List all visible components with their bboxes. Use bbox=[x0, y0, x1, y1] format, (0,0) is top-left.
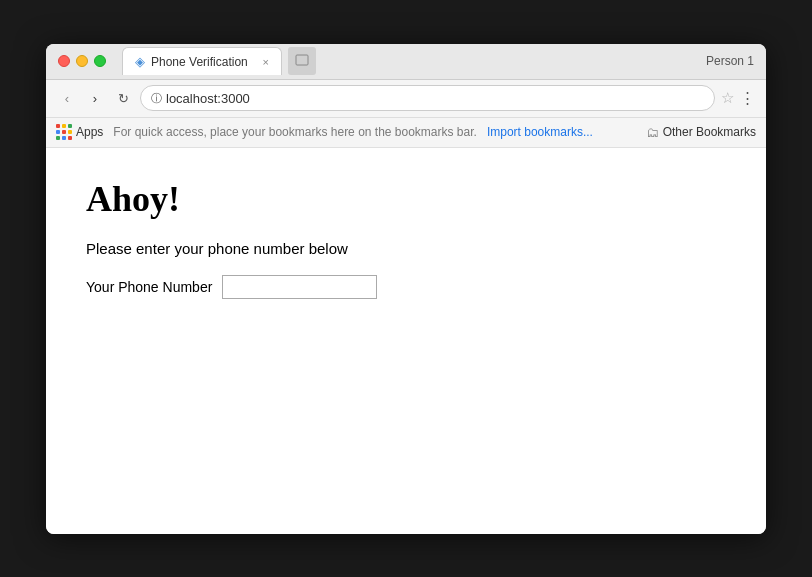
svg-rect-0 bbox=[296, 55, 308, 65]
bookmarks-bar: Apps For quick access, place your bookma… bbox=[46, 118, 766, 148]
browser-window: ◈ Phone Verification × Person 1 ‹ › ↻ ⓘ … bbox=[46, 44, 766, 534]
traffic-lights bbox=[58, 55, 106, 67]
page-heading: Ahoy! bbox=[86, 178, 726, 220]
person-label: Person 1 bbox=[706, 54, 754, 68]
secure-icon: ⓘ bbox=[151, 91, 162, 106]
tab-title: Phone Verification bbox=[151, 55, 248, 69]
close-button[interactable] bbox=[58, 55, 70, 67]
apps-bookmark[interactable]: Apps bbox=[56, 124, 103, 140]
minimize-button[interactable] bbox=[76, 55, 88, 67]
import-bookmarks-link[interactable]: Import bookmarks... bbox=[487, 125, 593, 139]
other-bookmarks-label: Other Bookmarks bbox=[663, 125, 756, 139]
other-bookmarks[interactable]: 🗂 Other Bookmarks bbox=[646, 125, 756, 140]
new-tab-icon bbox=[295, 54, 309, 68]
tab-bar: ◈ Phone Verification × bbox=[122, 47, 706, 75]
page-subtitle: Please enter your phone number below bbox=[86, 240, 726, 257]
bookmark-star-button[interactable]: ☆ bbox=[721, 89, 734, 107]
forward-button[interactable]: › bbox=[84, 87, 106, 109]
apps-grid-icon bbox=[56, 124, 72, 140]
tab-close-button[interactable]: × bbox=[263, 56, 269, 68]
browser-menu-button[interactable]: ⋮ bbox=[740, 89, 756, 107]
maximize-button[interactable] bbox=[94, 55, 106, 67]
new-tab-button[interactable] bbox=[288, 47, 316, 75]
url-text: localhost:3000 bbox=[166, 91, 250, 106]
title-bar: ◈ Phone Verification × Person 1 bbox=[46, 44, 766, 80]
tab-icon: ◈ bbox=[135, 54, 145, 69]
phone-form: Your Phone Number bbox=[86, 275, 726, 299]
active-tab[interactable]: ◈ Phone Verification × bbox=[122, 47, 282, 75]
phone-label: Your Phone Number bbox=[86, 279, 212, 295]
bookmarks-hint: For quick access, place your bookmarks h… bbox=[113, 125, 477, 139]
apps-label: Apps bbox=[76, 125, 103, 139]
folder-icon: 🗂 bbox=[646, 125, 659, 140]
url-bar[interactable]: ⓘ localhost:3000 bbox=[140, 85, 715, 111]
address-bar: ‹ › ↻ ⓘ localhost:3000 ☆ ⋮ bbox=[46, 80, 766, 118]
refresh-button[interactable]: ↻ bbox=[112, 87, 134, 109]
back-button[interactable]: ‹ bbox=[56, 87, 78, 109]
page-content: Ahoy! Please enter your phone number bel… bbox=[46, 148, 766, 534]
phone-input[interactable] bbox=[222, 275, 377, 299]
